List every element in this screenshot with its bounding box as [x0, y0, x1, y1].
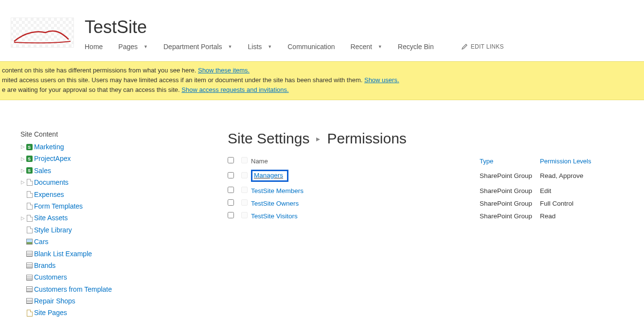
select-all-checkbox[interactable]: [228, 157, 234, 163]
doc-icon: [26, 226, 33, 233]
chevron-down-icon: ▼: [268, 44, 272, 49]
sidebar-item[interactable]: Customers from Template: [20, 283, 209, 295]
nav-recent[interactable]: Recent▼: [351, 41, 390, 53]
site-title[interactable]: TestSite: [85, 18, 504, 37]
list-icon: [26, 250, 33, 257]
expand-icon[interactable]: ▷: [20, 167, 25, 175]
sidebar-item-label[interactable]: Brands: [34, 260, 55, 271]
notif-show-users-link[interactable]: Show users.: [364, 76, 399, 84]
chevron-down-icon: ▼: [378, 44, 382, 49]
list-icon: [26, 274, 33, 281]
sidebar-item-label[interactable]: Repair Shops: [34, 296, 75, 306]
nav-recycle-bin[interactable]: Recycle Bin: [398, 41, 442, 53]
col-name[interactable]: Name: [251, 158, 480, 165]
edit-links-button[interactable]: EDIT LINKS: [461, 43, 504, 50]
permission-type: SharePoint Group: [480, 172, 540, 179]
permission-name-link[interactable]: TestSite Members: [251, 187, 304, 194]
sidebar-item[interactable]: ▷ProjectApex: [20, 153, 209, 164]
sidebar-item-label[interactable]: Sales: [34, 165, 51, 176]
site-logo[interactable]: [11, 18, 74, 48]
sidebar-item[interactable]: Expenses: [20, 189, 209, 200]
permission-name-link[interactable]: TestSite Owners: [251, 200, 299, 207]
sidebar-item-label[interactable]: Form Templates: [34, 201, 83, 211]
sidebar-item-label[interactable]: Documents: [34, 177, 69, 188]
permission-levels: Edit: [540, 187, 618, 194]
sidebar-item-label[interactable]: Customers: [34, 272, 67, 282]
permission-levels: Read: [540, 212, 618, 220]
nav-department-portals[interactable]: Department Portals▼: [163, 41, 240, 53]
sidebar-item-label[interactable]: Marketing: [34, 141, 64, 152]
nav-home[interactable]: Home: [85, 41, 110, 53]
permission-name-link[interactable]: TestSite Visitors: [251, 212, 298, 220]
permission-levels: Read, Approve: [540, 172, 618, 179]
permissions-table: Name Type Permission Levels ManagersShar…: [228, 155, 644, 222]
notif-line-2-text: mited access users on this site. Users m…: [2, 76, 364, 84]
notif-show-items-link[interactable]: Show these items.: [198, 67, 250, 74]
site-icon: [26, 143, 33, 151]
sidebar-item[interactable]: ▷Documents: [20, 176, 209, 188]
sidebar-item-label[interactable]: Style Library: [34, 225, 72, 235]
row-select-checkbox[interactable]: [228, 172, 234, 178]
row-indicator-checkbox: [241, 172, 248, 178]
sidebar: Site Content ▷Marketing▷ProjectApex▷Sale…: [0, 130, 209, 317]
sidebar-item[interactable]: ▷Marketing: [20, 141, 209, 153]
sidebar-item-label[interactable]: Site Assets: [34, 212, 68, 223]
sidebar-item[interactable]: Blank List Example: [20, 248, 209, 260]
main-content: Site Settings ▸ Permissions Name Type Pe…: [209, 130, 644, 317]
pencil-icon: [461, 43, 468, 50]
permission-name-link[interactable]: Managers: [254, 172, 283, 179]
breadcrumb-parent[interactable]: Site Settings: [228, 130, 309, 147]
notif-line-3-text: e are waiting for your approval so that …: [2, 86, 181, 93]
sidebar-item[interactable]: Cars: [20, 236, 209, 247]
sidebar-item[interactable]: Style Library: [20, 224, 209, 236]
breadcrumb: Site Settings ▸ Permissions: [228, 130, 644, 147]
sidebar-item-label[interactable]: Blank List Example: [34, 248, 92, 259]
site-icon: [26, 167, 33, 174]
breadcrumb-arrow-icon: ▸: [316, 134, 320, 143]
permission-type: SharePoint Group: [480, 200, 540, 207]
notif-show-access-requests-link[interactable]: Show access requests and invitations.: [181, 86, 288, 93]
highlight-box: Managers: [251, 170, 288, 182]
top-nav: Home Pages▼ Department Portals▼ Lists▼ C…: [85, 41, 504, 53]
nav-pages[interactable]: Pages▼: [118, 41, 156, 53]
row-select-checkbox[interactable]: [228, 212, 234, 218]
expand-icon[interactable]: ▷: [20, 155, 25, 163]
img-icon: [26, 238, 33, 246]
row-select-checkbox[interactable]: [228, 199, 234, 206]
sidebar-item[interactable]: ▷Site Assets: [20, 212, 209, 224]
sidebar-item-label[interactable]: ProjectApex: [34, 153, 71, 164]
sidebar-item[interactable]: Repair Shops: [20, 295, 209, 307]
list-icon: [26, 285, 33, 293]
doc-icon: [26, 203, 33, 210]
sidebar-item[interactable]: ▷Sales: [20, 165, 209, 176]
sidebar-item[interactable]: Site Pages: [20, 307, 209, 317]
col-levels[interactable]: Permission Levels: [540, 158, 618, 165]
sidebar-item-label[interactable]: Cars: [34, 236, 49, 247]
sidebar-item[interactable]: Customers: [20, 271, 209, 283]
sidebar-item[interactable]: Form Templates: [20, 200, 209, 212]
site-content-tree: ▷Marketing▷ProjectApex▷Sales▷DocumentsEx…: [20, 141, 209, 317]
sidebar-item-label[interactable]: Expenses: [34, 189, 64, 200]
notification-bar: content on this site has different permi…: [0, 61, 644, 100]
list-icon: [26, 262, 33, 269]
chevron-down-icon: ▼: [228, 44, 233, 49]
sidebar-item-label[interactable]: Site Pages: [34, 307, 67, 317]
col-type[interactable]: Type: [480, 158, 540, 165]
permission-row: TestSite OwnersSharePoint GroupFull Cont…: [228, 197, 644, 210]
row-indicator-checkbox: [241, 212, 248, 218]
breadcrumb-current: Permissions: [327, 130, 406, 147]
expand-icon[interactable]: ▷: [20, 214, 25, 222]
expand-icon[interactable]: ▷: [20, 178, 25, 186]
permissions-header-row: Name Type Permission Levels: [228, 155, 644, 167]
doc-icon: [26, 214, 33, 222]
nav-communication[interactable]: Communication: [287, 41, 342, 53]
row-select-checkbox[interactable]: [228, 187, 234, 193]
sidebar-item[interactable]: Brands: [20, 260, 209, 271]
row-indicator-checkbox: [241, 187, 248, 193]
nav-lists[interactable]: Lists▼: [248, 41, 280, 53]
permission-row: TestSite VisitorsSharePoint GroupRead: [228, 210, 644, 222]
sidebar-item-label[interactable]: Customers from Template: [34, 284, 112, 295]
permission-type: SharePoint Group: [480, 212, 540, 220]
notif-line-1-text: content on this site has different permi…: [2, 67, 198, 74]
expand-icon[interactable]: ▷: [20, 143, 25, 151]
